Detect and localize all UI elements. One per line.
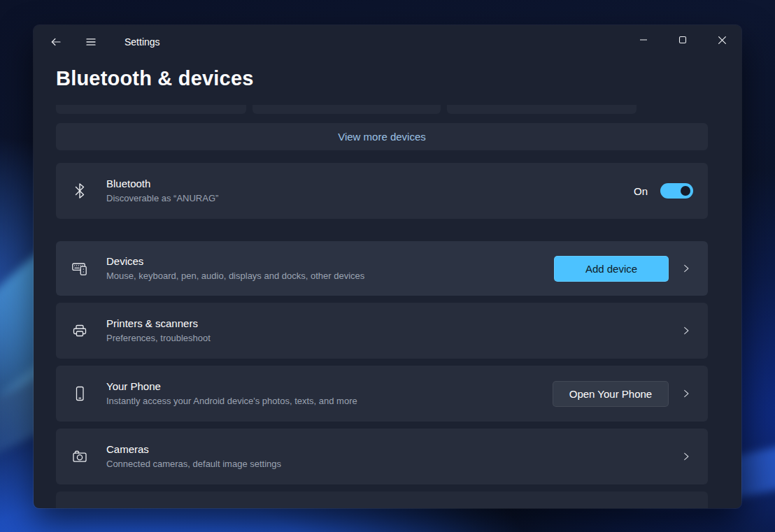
back-arrow-icon: [50, 36, 62, 48]
phone-icon: [71, 385, 88, 402]
bluetooth-icon: [71, 182, 88, 199]
back-button[interactable]: [43, 30, 69, 54]
settings-row-your-phone[interactable]: Your Phone Instantly access your Android…: [56, 366, 708, 422]
printer-icon: [71, 322, 88, 339]
settings-row-cameras[interactable]: Cameras Connected cameras, default image…: [56, 429, 708, 484]
camera-icon: [71, 448, 88, 465]
chevron-right-icon: [681, 452, 691, 461]
row-title: Cameras: [106, 443, 669, 456]
chevron-right-icon: [681, 264, 691, 273]
add-device-button[interactable]: Add device: [554, 256, 669, 282]
row-text-block: Cameras Connected cameras, default image…: [106, 443, 669, 470]
row-subtitle: Instantly access your Android device's p…: [106, 395, 553, 408]
device-card-partial[interactable]: [447, 105, 637, 114]
maximize-button[interactable]: [663, 25, 702, 55]
maximize-icon: [678, 36, 687, 44]
row-subtitle: Discoverable as “ANURAG”: [106, 192, 634, 205]
device-cards-strip: [56, 105, 708, 114]
view-more-devices-label: View more devices: [338, 131, 426, 143]
close-icon: [718, 36, 727, 45]
row-subtitle: Preferences, troubleshoot: [106, 332, 669, 345]
row-subtitle: Mouse, keyboard, pen, audio, displays an…: [106, 270, 554, 282]
row-text-block: Printers & scanners Preferences, trouble…: [106, 317, 669, 345]
row-text-block: Your Phone Instantly access your Android…: [106, 380, 553, 408]
hamburger-menu-icon: [85, 36, 97, 48]
device-card-partial[interactable]: [253, 105, 441, 114]
row-title: Your Phone: [106, 380, 553, 394]
chevron-right-icon: [681, 389, 691, 398]
row-title: Bluetooth: [106, 177, 634, 191]
minimize-icon: [639, 36, 648, 44]
bluetooth-toggle-group: On: [634, 183, 693, 199]
device-card-partial[interactable]: [56, 105, 246, 114]
settings-row-bluetooth: Bluetooth Discoverable as “ANURAG” On: [56, 163, 708, 219]
titlebar: Settings: [34, 25, 741, 59]
toggle-knob: [681, 186, 690, 196]
page-title: Bluetooth & devices: [56, 67, 254, 90]
open-your-phone-button[interactable]: Open Your Phone: [553, 381, 669, 407]
row-subtitle: Connected cameras, default image setting…: [106, 458, 669, 470]
settings-window: Settings Bluetooth & devices: [34, 25, 741, 508]
app-title: Settings: [125, 36, 160, 48]
row-text-block: Devices Mouse, keyboard, pen, audio, dis…: [106, 254, 554, 282]
chevron-right-icon: [681, 326, 691, 336]
toggle-state-label: On: [634, 185, 648, 197]
window-controls: [624, 25, 741, 55]
settings-row-printers-scanners[interactable]: Printers & scanners Preferences, trouble…: [56, 303, 708, 359]
bluetooth-toggle[interactable]: [660, 183, 693, 199]
row-text-block: Bluetooth Discoverable as “ANURAG”: [106, 177, 634, 205]
close-button[interactable]: [702, 25, 741, 55]
navigation-menu-button[interactable]: [78, 30, 104, 54]
row-title: Printers & scanners: [106, 317, 669, 331]
minimize-button[interactable]: [624, 25, 663, 55]
view-more-devices-button[interactable]: View more devices: [56, 123, 708, 150]
settings-row-partial[interactable]: [56, 491, 708, 508]
settings-row-devices[interactable]: Devices Mouse, keyboard, pen, audio, dis…: [56, 241, 708, 296]
devices-icon: [71, 260, 88, 277]
row-title: Devices: [106, 254, 554, 268]
